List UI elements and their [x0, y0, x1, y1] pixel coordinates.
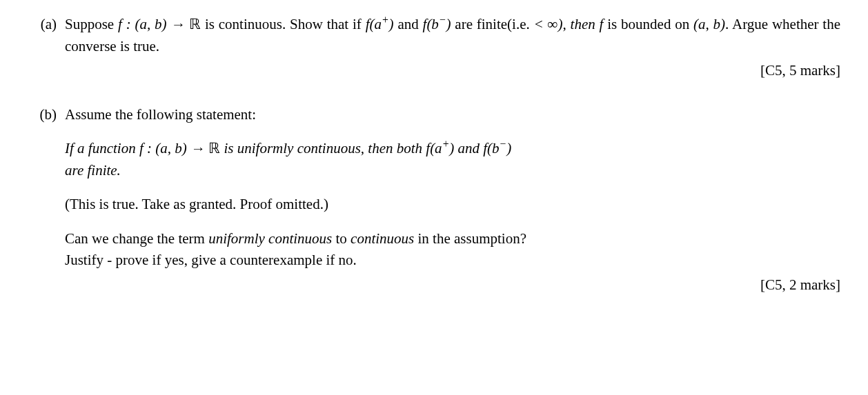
math-fb: f(b — [423, 16, 439, 32]
text: and — [454, 140, 483, 156]
part-a-marks: [C5, 5 marks] — [65, 60, 840, 82]
text: If a function — [65, 140, 139, 156]
part-b-intro: Assume the following statement: — [65, 104, 840, 126]
math-sup-plus: + — [442, 138, 450, 150]
math-lt-inf: < ∞), then — [534, 16, 600, 32]
math-f-ab: f : (a, b) → — [118, 16, 189, 32]
term-continuous: continuous — [351, 230, 414, 247]
part-b: (b) Assume the following statement: If a… — [28, 104, 840, 296]
math-f-ab: f : (a, b) → — [139, 140, 208, 156]
part-b-statement: If a function f : (a, b) → ℝ is uniforml… — [65, 138, 840, 181]
math-fb-close: ) — [446, 16, 451, 32]
math-R: ℝ — [208, 140, 220, 156]
math-fa: f(a — [426, 140, 442, 156]
part-b-question: Can we change the term uniformly continu… — [65, 228, 840, 272]
text: Can we change the term — [65, 230, 208, 247]
text: are finite(i.e. — [451, 16, 530, 32]
text: are finite. — [65, 162, 121, 179]
term-uniformly-continuous: uniformly continuous — [208, 230, 332, 247]
part-b-granted: (This is true. Take as granted. Proof om… — [65, 194, 840, 216]
math-fb-close: ) — [506, 140, 511, 156]
math-fa: f(a — [366, 16, 382, 32]
text: to — [332, 230, 351, 247]
text: is uniformly continuous, then both — [220, 140, 426, 156]
text: Justify - prove if yes, give a counterex… — [65, 252, 357, 268]
part-b-marks: [C5, 2 marks] — [65, 274, 840, 296]
spacer — [65, 219, 840, 228]
part-a-text: Suppose f : (a, b) → ℝ is continuous. Sh… — [65, 14, 840, 57]
math-sup-plus: + — [382, 14, 389, 26]
math-sup-minus: − — [439, 14, 446, 26]
math-R: ℝ — [189, 16, 201, 32]
math-fb: f(b — [483, 140, 499, 156]
part-b-label: (b) — [28, 104, 65, 296]
text: and — [394, 16, 423, 32]
part-b-content: Assume the following statement: If a fun… — [65, 104, 840, 296]
text: is continuous. Show that if — [201, 16, 365, 32]
part-a-label: (a) — [28, 14, 65, 82]
part-a-content: Suppose f : (a, b) → ℝ is continuous. Sh… — [65, 14, 840, 82]
math-fa-close: ) — [389, 16, 394, 32]
math-ab: (a, b) — [693, 16, 725, 32]
text: Suppose — [65, 16, 118, 32]
math-sup-minus: − — [500, 138, 507, 150]
text: in the assumption? — [414, 230, 526, 247]
text: is bounded on — [603, 16, 693, 32]
part-a: (a) Suppose f : (a, b) → ℝ is continuous… — [28, 14, 840, 82]
